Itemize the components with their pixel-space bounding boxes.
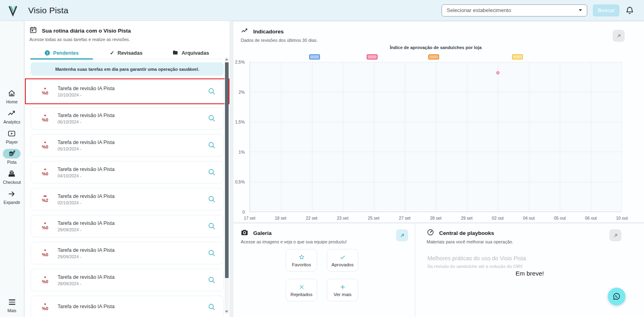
trending-up-icon	[241, 27, 248, 36]
pista-icon	[3, 149, 21, 158]
playbooks-subtitle: Materiais para você melhorar sua operaçã…	[427, 239, 513, 244]
chart-x-axis: 17 set18 set22 set23 set25 set27 set28 s…	[250, 216, 622, 221]
gridline	[529, 62, 529, 212]
chart-legend	[250, 54, 622, 60]
gallery-expand-button[interactable]	[396, 229, 408, 241]
x-tick-label: 10 out	[616, 216, 627, 220]
task-percent-badge: %0	[39, 115, 51, 122]
magnifier-icon[interactable]	[207, 249, 216, 257]
pending-info-icon: !	[45, 50, 50, 56]
whatsapp-button[interactable]	[608, 288, 625, 305]
magnifier-icon[interactable]	[207, 195, 216, 204]
y-tick-label: 1%	[239, 150, 245, 154]
favorites-button[interactable]: Favoritos	[286, 249, 317, 272]
magnifier-icon[interactable]	[207, 87, 216, 96]
tasks-subtitle: Acesse todas as suas tarefas e realize a…	[29, 37, 223, 42]
scroll-up-icon[interactable]	[225, 58, 228, 60]
gallery-title: Galeria	[253, 230, 272, 236]
player-icon	[7, 129, 16, 138]
establishment-select[interactable]: Selecionar estabelecimento	[442, 4, 587, 16]
magnifier-icon[interactable]	[207, 303, 216, 311]
indicators-subtitle: Dados de revisões dos últimos 30 dias.	[241, 38, 318, 43]
task-percent-badge: %0	[39, 303, 51, 311]
scrollbar-thumb[interactable]	[225, 62, 229, 278]
sidebar-item-expandir[interactable]: Expandir	[3, 189, 21, 205]
sidebar-item-player[interactable]: Player	[3, 129, 21, 144]
see-more-button[interactable]: Ver mais	[327, 279, 358, 301]
menu-icon	[9, 297, 15, 307]
sidebar-item-checkout[interactable]: Checkout	[3, 169, 21, 185]
task-list-item[interactable]: %0 Tarefa de revisão IA Pista 04/10/2024…	[31, 161, 224, 183]
task-list-item[interactable]: %0 Tarefa de revisão IA Pista 29/09/2024…	[31, 215, 224, 237]
sidebar-item-mais[interactable]: Mais	[0, 297, 24, 313]
tasks-notice: Mantenha suas tarefas em dia para garant…	[31, 62, 224, 76]
tab-pendentes[interactable]: ! Pendentes	[29, 47, 94, 59]
magnifier-icon[interactable]	[207, 222, 216, 231]
gridline	[622, 62, 622, 212]
task-date: 29/09/2024 -	[58, 254, 115, 259]
x-tick-label: 27 set	[399, 216, 411, 220]
magnifier-icon[interactable]	[207, 276, 216, 284]
indicators-expand-button[interactable]	[613, 30, 625, 42]
chart-title: Índice de aprovação de sanduíches por lo…	[250, 45, 622, 50]
legend-swatch[interactable]	[428, 54, 439, 60]
calendar-icon	[29, 26, 37, 35]
sidebar-item-pista[interactable]: Pista	[3, 149, 21, 165]
tab-label: Revisadas	[118, 50, 142, 56]
chart-data-point[interactable]	[496, 71, 500, 74]
rejected-button[interactable]: Rejeitados	[286, 279, 317, 301]
y-tick-label: 1,5%	[235, 119, 245, 124]
task-list-item[interactable]: %0 Tarefa de revisão IA Pista 06/10/2024…	[31, 107, 224, 130]
task-title: Tarefa de revisão IA Pista	[58, 167, 115, 172]
x-tick-label: 29 set	[461, 216, 473, 220]
sidebar-item-label: Expandir	[4, 200, 20, 205]
expand-ne-icon	[399, 233, 405, 239]
gallery-button-label: Ver mais	[334, 292, 352, 297]
gallery-buttons: Favoritos Aprovados Rejeitados Ver mais	[286, 249, 358, 301]
gallery-button-label: Favoritos	[292, 262, 311, 267]
legend-swatch[interactable]	[512, 54, 523, 60]
approved-button[interactable]: Aprovados	[327, 249, 358, 272]
task-percent-badge: %0	[39, 88, 51, 95]
playbooks-title: Central de playbooks	[439, 230, 494, 236]
search-button[interactable]: Buscar	[593, 4, 619, 16]
playbooks-panel: Central de playbooks Materiais para você…	[415, 224, 644, 317]
notification-bell-icon[interactable]	[625, 6, 634, 15]
sidebar-item-analytics[interactable]: Analytics	[3, 109, 21, 124]
playbooks-expand-button[interactable]	[609, 229, 621, 241]
sidebar-item-label: Pista	[7, 160, 17, 165]
sidebar-item-label: Home	[6, 99, 17, 104]
legend-swatch[interactable]	[309, 54, 320, 60]
task-percent-badge: %0	[39, 142, 51, 149]
task-title: Tarefa de revisão IA Pista	[58, 140, 115, 145]
sidebar-item-home[interactable]: Home	[3, 89, 21, 104]
task-title: Tarefa de revisão IA Pista	[58, 274, 115, 280]
task-date: 04/10/2024 -	[58, 173, 115, 178]
x-tick-label: 18 set	[275, 216, 287, 220]
analytics-icon	[7, 109, 16, 118]
task-list-item[interactable]: %0 Tarefa de revisão IA Pista 29/09/2024…	[31, 242, 224, 264]
tab-arquivadas[interactable]: Arquivadas	[159, 47, 223, 59]
task-list-item-highlighted[interactable]: %0 Tarefa de revisão IA Pista 10/10/2024…	[31, 80, 224, 103]
task-list-item[interactable]: %0 Tarefa de revisão IA Pista	[31, 296, 224, 317]
task-list-item[interactable]: %0 Tarefa de revisão IA Pista 05/10/2024…	[31, 134, 224, 156]
top-header: Visio Pista Selecionar estabelecimento B…	[0, 0, 644, 21]
task-list-item[interactable]: %2 Tarefa de revisão IA Pista 02/10/2024…	[31, 188, 224, 210]
tab-revisadas[interactable]: ✓ Revisadas	[94, 47, 158, 59]
legend-swatch[interactable]	[367, 54, 378, 60]
tasks-title: Sua rotina diária com o Visio Pista	[42, 28, 131, 34]
tasks-scrollbar[interactable]	[225, 57, 229, 314]
alert-marker-icon	[44, 115, 46, 116]
tasks-panel: Sua rotina diária com o Visio Pista Aces…	[25, 21, 229, 317]
y-tick-label: 0	[242, 210, 245, 214]
playbook-item-subtitle: Da revisão do sanduíche até a redução do…	[427, 264, 522, 269]
scroll-down-icon[interactable]	[225, 311, 228, 313]
magnifier-icon[interactable]	[207, 114, 216, 123]
task-list-item[interactable]: %0 Tarefa de revisão IA Pista 28/09/2024…	[31, 269, 224, 291]
x-tick-label: 25 set	[368, 216, 380, 220]
folder-icon	[172, 49, 178, 57]
x-tick-label: 22 set	[306, 216, 318, 220]
magnifier-icon[interactable]	[207, 141, 216, 150]
magnifier-icon[interactable]	[207, 168, 216, 177]
alert-marker-icon	[44, 276, 46, 278]
